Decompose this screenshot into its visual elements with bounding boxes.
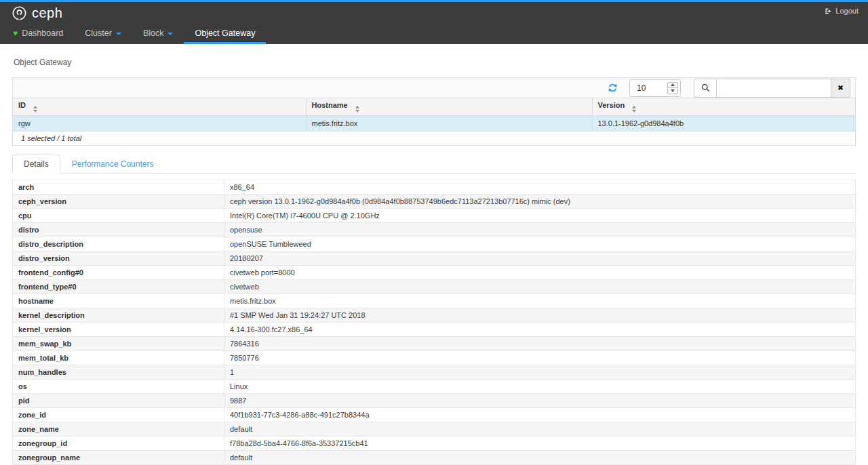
refresh-button[interactable] bbox=[605, 81, 620, 94]
breadcrumb: Object Gateway bbox=[14, 58, 854, 67]
nav-label: Cluster bbox=[85, 28, 112, 38]
cell-id: rgw bbox=[13, 116, 306, 132]
spinner-down-button[interactable] bbox=[668, 88, 677, 94]
details-row: zone_namedefault bbox=[13, 422, 856, 437]
clear-x-icon: ✖ bbox=[837, 84, 843, 92]
nav-item-cluster[interactable]: Cluster bbox=[74, 24, 132, 44]
nav-label: Dashboard bbox=[22, 28, 63, 38]
health-heart-icon: ♥ bbox=[13, 29, 18, 37]
details-table: archx86_64 ceph_versionceph version 13.0… bbox=[12, 180, 856, 465]
gateway-datatable: ✖ ID Hostname Version bbox=[12, 77, 856, 146]
chevron-down-icon bbox=[116, 33, 121, 35]
details-row: kernel_description#1 SMP Wed Jan 31 19:2… bbox=[13, 308, 856, 323]
details-row: zone_id40f1b931-77c3-4286-a88c-491c27b83… bbox=[13, 408, 856, 422]
page-size-control bbox=[629, 79, 681, 97]
details-row: frontend_type#0civetweb bbox=[13, 280, 856, 294]
details-row: kernel_version4.14.16-300.fc27.x86_64 bbox=[13, 323, 856, 337]
number-spinner bbox=[667, 82, 678, 94]
sort-icon bbox=[33, 106, 37, 113]
details-row: distro_descriptionopenSUSE Tumbleweed bbox=[13, 237, 856, 251]
details-row: zonegroup_idf78ba28d-5ba4-4766-8f6a-3533… bbox=[13, 437, 856, 451]
details-row: pid9887 bbox=[13, 394, 856, 408]
nav-label: Object Gateway bbox=[195, 28, 255, 38]
ceph-logo-icon bbox=[12, 5, 27, 21]
logout-icon bbox=[825, 7, 832, 15]
column-header-id[interactable]: ID bbox=[13, 98, 306, 116]
search-group: ✖ bbox=[694, 79, 850, 98]
nav-item-dashboard[interactable]: ♥ Dashboard bbox=[2, 24, 74, 44]
chevron-down-icon bbox=[167, 33, 173, 35]
tab-details[interactable]: Details bbox=[12, 155, 60, 174]
refresh-icon bbox=[608, 83, 618, 93]
tab-performance-counters[interactable]: Performance Counters bbox=[60, 155, 165, 174]
navbar: ceph Logout ♥ Dashboard Cluster Block Ob bbox=[0, 2, 868, 44]
ceph-brand[interactable]: ceph bbox=[12, 5, 62, 21]
clear-search-button[interactable]: ✖ bbox=[831, 79, 850, 98]
logout-button[interactable]: Logout bbox=[825, 7, 859, 15]
brand-text: ceph bbox=[32, 5, 62, 21]
details-row: ceph_versionceph version 13.0.1-1962-g0d… bbox=[13, 195, 856, 209]
detail-tabs: Details Performance Counters bbox=[12, 155, 856, 174]
sort-icon bbox=[632, 106, 636, 113]
details-row: frontend_config#0civetweb port=8000 bbox=[13, 266, 856, 280]
main-nav: ♥ Dashboard Cluster Block Object Gateway bbox=[0, 24, 868, 44]
details-row: cpuIntel(R) Core(TM) i7-4600U CPU @ 2.10… bbox=[13, 209, 856, 223]
details-row: archx86_64 bbox=[13, 180, 856, 195]
table-row-rgw[interactable]: rgw metis.fritz.box 13.0.1-1962-g0d984a4… bbox=[13, 116, 855, 132]
details-row: num_handles1 bbox=[13, 365, 856, 380]
datatable-toolbar: ✖ bbox=[13, 78, 855, 98]
nav-label: Block bbox=[143, 28, 164, 38]
details-row: mem_swap_kb7864316 bbox=[13, 337, 856, 351]
cell-version: 13.0.1-1962-g0d984a4f0b bbox=[592, 116, 855, 132]
logout-label: Logout bbox=[835, 7, 859, 15]
selection-summary: 1 selected / 1 total bbox=[13, 131, 855, 145]
details-row: mem_total_kb7850776 bbox=[13, 351, 856, 365]
nav-item-object-gateway[interactable]: Object Gateway bbox=[184, 24, 266, 44]
search-icon bbox=[694, 79, 716, 98]
search-input[interactable] bbox=[716, 79, 831, 98]
details-row: zonegroup_namedefault bbox=[13, 451, 856, 465]
column-header-version[interactable]: Version bbox=[592, 98, 855, 116]
details-row: osLinux bbox=[13, 380, 856, 394]
details-row: hostnamemetis.fritz.box bbox=[13, 294, 856, 308]
sort-icon bbox=[355, 106, 359, 113]
details-row: distroopensuse bbox=[13, 223, 856, 237]
spinner-up-button[interactable] bbox=[668, 83, 677, 89]
nav-item-block[interactable]: Block bbox=[132, 24, 184, 44]
column-header-hostname[interactable]: Hostname bbox=[306, 98, 592, 116]
cell-hostname: metis.fritz.box bbox=[306, 116, 592, 132]
gateway-table: ID Hostname Version rgw metis.fritz.box … bbox=[13, 98, 855, 131]
details-row: distro_version20180207 bbox=[13, 251, 856, 266]
table-header-row: ID Hostname Version bbox=[13, 98, 855, 116]
